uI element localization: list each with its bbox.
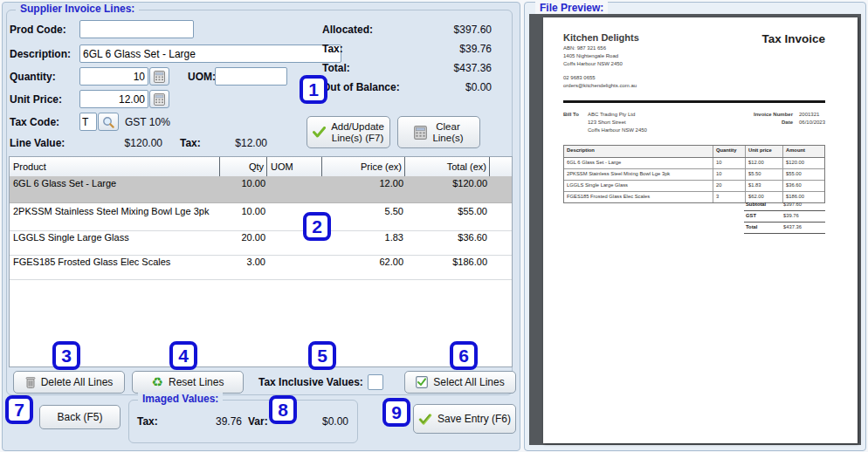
tax-code-lookup-button[interactable] — [98, 113, 119, 131]
summary-tax-value: $39.76 — [413, 43, 492, 55]
unit-price-calculator-button[interactable] — [149, 90, 169, 108]
line-tax: $12.00 — [219, 137, 267, 149]
invoice-row: 2PKSSM Stainless Steel Mixing Bowl Lge 3… — [564, 169, 824, 181]
annotation-badge-2: 2 — [303, 212, 331, 241]
invoice-address-line2: Coffs Harbour NSW 2450 — [563, 61, 623, 66]
bill-to-label: Bill To — [563, 112, 579, 117]
cell-qty: 3.00 — [220, 257, 265, 268]
invoice-phone: 02 9683 0655 — [563, 75, 596, 80]
invoice-date-label: Date — [732, 120, 793, 125]
description-label: Description: — [10, 48, 71, 60]
table-row[interactable]: FGES185 Frosted Glass Elec Scales 3.00 6… — [10, 255, 512, 280]
add-update-label-1: Add/Update — [331, 121, 384, 132]
file-preview-title: File Preview: — [535, 2, 608, 14]
delete-all-lines-button[interactable]: Delete All Lines — [13, 371, 125, 394]
imaged-values-title: Imaged Values: — [138, 393, 223, 405]
tax-inclusive-checkbox[interactable] — [368, 374, 383, 390]
header-uom: UOM — [267, 157, 322, 176]
add-update-lines-button[interactable]: Add/UpdateLine(s) (F7) — [307, 116, 390, 148]
invoice-cell-amount: $55.00 — [782, 169, 823, 180]
imaged-var-label: Var: — [248, 415, 268, 428]
quantity-input[interactable] — [79, 67, 148, 86]
subtotal-value: $397.60 — [783, 202, 802, 207]
supplier-invoice-panel: Supplier Invoice Lines: Prod Code: Descr… — [2, 2, 520, 451]
annotation-badge-1: 1 — [300, 75, 327, 104]
gst-value: $39.76 — [783, 213, 799, 218]
annotation-badge-5: 5 — [308, 341, 336, 370]
save-entry-button[interactable]: Save Entry (F6) — [413, 404, 516, 434]
invoice-totals: Subtotal $397.60 GST $39.76 Total $437.3… — [744, 200, 825, 234]
invoice-cell-quantity: 20 — [713, 181, 743, 191]
check-icon — [313, 127, 326, 138]
imaged-var-value: $0.00 — [307, 415, 348, 428]
table-row[interactable]: 2PKSSM Stainless Steel Mixing Bowl Lge 3… — [10, 204, 512, 231]
total-label: Total — [746, 224, 757, 229]
invoice-header-amount: Amount — [782, 146, 823, 157]
annotation-badge-9: 9 — [382, 398, 410, 427]
table-row[interactable]: 6GL 6 Glass Set - Large 10.00 12.00 $120… — [10, 176, 512, 203]
back-button[interactable]: Back (F5) — [39, 405, 121, 429]
calculator-icon — [414, 126, 427, 140]
header-product: Product — [10, 157, 220, 176]
imaged-tax-value: 39.76 — [188, 415, 242, 428]
tax-inclusive-label: Tax Inclusive Values: — [258, 376, 363, 388]
invoice-total-row: Total $437.36 — [744, 223, 825, 234]
cell-qty: 10.00 — [220, 206, 265, 217]
prod-code-label: Prod Code: — [10, 24, 66, 36]
line-tax-label: Tax: — [180, 137, 201, 149]
unit-price-input[interactable] — [79, 90, 148, 108]
cell-product: 2PKSSM Stainless Steel Mixing Bowl Lge 3… — [10, 206, 217, 217]
cell-total: $120.00 — [407, 178, 487, 189]
clear-lines-button[interactable]: ClearLine(s) — [397, 116, 480, 148]
allocated-value: $397.60 — [413, 24, 492, 36]
allocated-label: Allocated: — [322, 24, 373, 36]
annotation-badge-3: 3 — [52, 341, 80, 370]
invoice-row: 6GL 6 Glass Set - Large 10 $12.00 $120.0… — [564, 158, 824, 169]
invoice-cell-description: 2PKSSM Stainless Steel Mixing Bowl Lge 3… — [567, 171, 708, 176]
uom-label: UOM: — [188, 71, 216, 83]
gst-label: GST — [746, 213, 756, 218]
select-all-lines-button[interactable]: Select All Lines — [404, 371, 516, 394]
invoice-cell-amount: $36.60 — [782, 181, 823, 191]
cell-total: $55.00 — [407, 206, 487, 217]
invoice-title: Tax Invoice — [738, 32, 825, 45]
summary-tax-label: Tax: — [322, 43, 343, 55]
back-label: Back (F5) — [57, 411, 102, 423]
invoice-abn: ABN: 987 321 656 — [563, 45, 606, 51]
cell-price: 5.50 — [322, 206, 403, 217]
out-of-balance-label: Out of Balance: — [322, 81, 400, 93]
total-value: $437.36 — [783, 224, 802, 229]
tax-code-name: GST 10% — [125, 116, 170, 128]
bill-to-line2: 123 Short Street — [588, 120, 626, 125]
prod-code-input[interactable] — [79, 20, 194, 38]
invoice-cell-quantity: 10 — [713, 169, 743, 180]
invoice-lines-table: Product Qty UOM Price (ex) Total (ex) 6G… — [9, 156, 513, 367]
out-of-balance-value: $0.00 — [413, 81, 492, 93]
reset-lines-label: Reset Lines — [169, 376, 224, 388]
invoice-header-unit-price: Unit price — [745, 146, 781, 157]
reset-lines-button[interactable]: ♻ Reset Lines — [132, 371, 244, 394]
imaged-tax-label: Tax: — [137, 415, 158, 428]
select-all-lines-label: Select All Lines — [433, 376, 504, 388]
check-icon — [418, 414, 432, 425]
calculator-icon — [154, 71, 165, 83]
description-input[interactable] — [79, 45, 341, 63]
quantity-calculator-button[interactable] — [149, 67, 169, 86]
screen: Supplier Invoice Lines: Prod Code: Descr… — [0, 0, 868, 452]
header-total-ex: Total (ex) — [405, 157, 490, 176]
subtotal-label: Subtotal — [746, 202, 766, 207]
tax-code-input[interactable] — [79, 113, 97, 131]
invoice-header-row: Description Quantity Unit price Amount — [564, 146, 824, 158]
invoice-number-label: Invoice Number — [732, 112, 793, 117]
table-row[interactable]: LGGLS Single Large Glass 20.00 1.83 $36.… — [10, 230, 512, 256]
invoice-cell-description: 6GL 6 Glass Set - Large — [567, 160, 708, 165]
uom-input[interactable] — [215, 67, 287, 86]
tax-code-label: Tax Code: — [10, 116, 59, 128]
clear-label-1: Clear — [436, 121, 459, 132]
quantity-label: Quantity: — [10, 71, 56, 83]
calculator-icon — [154, 93, 165, 106]
cell-product: FGES185 Frosted Glass Elec Scales — [10, 257, 217, 268]
invoice-company-name: Kitchen Delights — [563, 32, 639, 43]
invoice-cell-description: FGES185 Frosted Glass Elec Scales — [567, 194, 708, 199]
annotation-badge-6: 6 — [450, 341, 478, 370]
